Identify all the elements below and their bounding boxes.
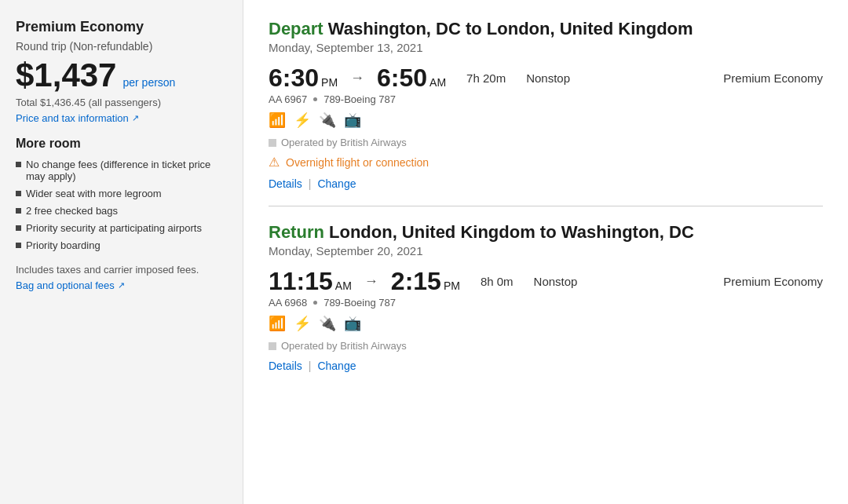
benefits-list: No change fees (difference in ticket pri…	[16, 159, 227, 251]
depart-details-link[interactable]: Details	[269, 177, 302, 190]
return-route: London, United Kingdom to Washington, DC	[329, 222, 694, 242]
list-item: Priority security at participating airpo…	[16, 222, 227, 234]
arrive-time: 6:50AM	[377, 65, 446, 90]
bullet-icon	[16, 162, 21, 167]
operated-square-icon	[269, 342, 276, 350]
return-cabin: Premium Economy	[723, 275, 823, 288]
warning-icon: ⚠	[269, 155, 280, 170]
depart-times-row: 6:30PM → 6:50AM 7h 20m Nonstop Premium E…	[269, 65, 823, 90]
right-panel: Depart Washington, DC to London, United …	[243, 0, 848, 504]
price-tax-link[interactable]: Price and tax information ↗	[16, 112, 139, 124]
trip-type: Round trip (Non-refundable)	[16, 40, 227, 53]
return-label: Return	[269, 222, 324, 242]
power-icon: ⚡	[294, 111, 311, 129]
price-amount: $1,437	[16, 59, 116, 92]
list-item: Wider seat with more legroom	[16, 188, 227, 199]
return-date: Monday, September 20, 2021	[269, 244, 823, 257]
overnight-warning-row: ⚠ Overnight flight or connection	[269, 155, 823, 170]
depart-route: Washington, DC to London, United Kingdom	[328, 19, 693, 38]
bullet-icon	[16, 208, 21, 214]
return-flight-number: AA 6968	[269, 297, 307, 309]
pipe-separator: |	[309, 177, 312, 190]
separator-dot	[313, 301, 317, 305]
bullet-icon	[16, 225, 21, 231]
depart-title: Depart Washington, DC to London, United …	[269, 19, 823, 39]
usb-icon: 🔌	[319, 111, 336, 129]
separator-dot	[313, 97, 317, 101]
return-flight-info: AA 6968 789-Boeing 787	[269, 297, 823, 309]
pipe-separator: |	[309, 360, 312, 372]
depart-duration: 7h 20m	[466, 71, 506, 85]
return-arrive-time-block: 2:15PM	[391, 268, 460, 294]
cabin-class-title: Premium Economy	[16, 19, 227, 35]
includes-text: Includes taxes and carrier imposed fees.	[16, 264, 227, 276]
return-title: Return London, United Kingdom to Washing…	[269, 222, 823, 243]
per-person-label: per person	[122, 76, 175, 89]
list-item: Priority boarding	[16, 239, 227, 251]
depart-flight-number: AA 6967	[269, 93, 307, 105]
return-times-row: 11:15AM → 2:15PM 8h 0m Nonstop Premium E…	[269, 268, 823, 294]
return-operated-by: Operated by British Airways	[281, 340, 407, 352]
left-panel: Premium Economy Round trip (Non-refundab…	[0, 0, 243, 504]
more-room-title: More room	[16, 137, 227, 151]
depart-operated-row: Operated by British Airways	[269, 137, 823, 148]
operated-square-icon	[269, 139, 276, 147]
depart-cabin: Premium Economy	[723, 71, 823, 85]
return-aircraft: 789-Boeing 787	[323, 297, 396, 309]
arrow-icon: →	[364, 273, 378, 290]
return-depart-time-block: 11:15AM	[269, 268, 352, 294]
wifi-icon: 📶	[269, 315, 286, 332]
depart-change-link[interactable]: Change	[317, 177, 356, 190]
return-section: Return London, United Kingdom to Washing…	[269, 222, 823, 372]
list-item: 2 free checked bags	[16, 205, 227, 217]
return-depart-time: 11:15AM	[269, 268, 352, 294]
total-price: Total $1,436.45 (all passengers)	[16, 97, 227, 108]
depart-time: 6:30PM	[269, 65, 338, 90]
bag-optional-fees-link[interactable]: Bag and optional fees ↗	[16, 279, 125, 291]
depart-section: Depart Washington, DC to London, United …	[269, 19, 823, 190]
external-link-icon: ↗	[132, 113, 139, 123]
return-header: Return London, United Kingdom to Washing…	[269, 222, 823, 257]
depart-flight-info: AA 6967 789-Boeing 787	[269, 93, 823, 105]
return-duration: 8h 0m	[481, 275, 514, 288]
return-change-link[interactable]: Change	[317, 360, 356, 372]
power-icon: ⚡	[294, 315, 311, 332]
arrive-time-block: 6:50AM	[377, 65, 446, 90]
arrow-icon: →	[350, 70, 364, 86]
return-stops: Nonstop	[534, 275, 578, 288]
entertainment-icon: 📺	[344, 111, 361, 129]
depart-header: Depart Washington, DC to London, United …	[269, 19, 823, 54]
return-details-link[interactable]: Details	[269, 360, 302, 372]
bullet-icon	[16, 243, 21, 248]
depart-operated-by: Operated by British Airways	[281, 137, 407, 148]
return-actions: Details | Change	[269, 360, 823, 372]
bullet-icon	[16, 191, 21, 196]
wifi-icon: 📶	[269, 111, 286, 129]
depart-aircraft: 789-Boeing 787	[323, 93, 396, 105]
depart-actions: Details | Change	[269, 177, 823, 190]
depart-date: Monday, September 13, 2021	[269, 41, 823, 54]
return-arrive-time: 2:15PM	[391, 268, 460, 294]
return-operated-row: Operated by British Airways	[269, 340, 823, 352]
depart-label: Depart	[269, 19, 323, 38]
external-link-icon: ↗	[118, 280, 125, 290]
section-divider	[269, 206, 823, 206]
overnight-text: Overnight flight or connection	[286, 156, 429, 169]
depart-amenities-row: 📶 ⚡ 🔌 📺	[269, 111, 823, 129]
depart-stops: Nonstop	[526, 71, 570, 85]
return-amenities-row: 📶 ⚡ 🔌 📺	[269, 315, 823, 332]
depart-time-block: 6:30PM	[269, 65, 338, 90]
entertainment-icon: 📺	[344, 315, 361, 332]
usb-icon: 🔌	[319, 315, 336, 332]
list-item: No change fees (difference in ticket pri…	[16, 159, 227, 182]
